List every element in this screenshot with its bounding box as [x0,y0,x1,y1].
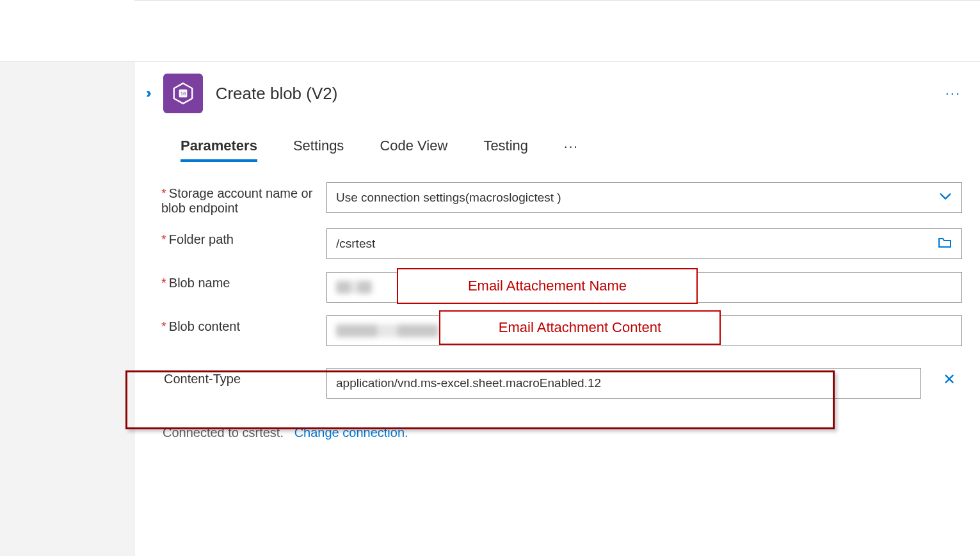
folder-picker-icon[interactable] [937,235,952,253]
parameters-form: *Storage account name or blob endpoint U… [134,161,980,440]
change-connection-link[interactable]: Change connection. [294,425,408,440]
label-storage-account-text: Storage account name or blob endpoint [161,186,312,215]
row-folder-path: *Folder path /csrtest [161,228,962,259]
tabs-row: Parameters Settings Code View Testing ··… [134,113,980,161]
tab-parameters[interactable]: Parameters [181,138,257,161]
left-sidebar-placeholder [0,61,134,556]
label-blob-name: *Blob name [161,272,326,290]
row-storage-account: *Storage account name or blob endpoint U… [161,182,962,216]
svg-text:10: 10 [180,91,186,97]
label-blob-content-text: Blob content [169,319,240,333]
tab-settings[interactable]: Settings [293,138,344,161]
label-storage-account: *Storage account name or blob endpoint [161,182,326,216]
row-content-type: Content-Type application/vnd.ms-excel.sh… [161,359,962,408]
tab-code-view[interactable]: Code View [380,138,447,161]
connected-text: Connected to csrtest. [163,425,284,440]
label-folder-path-text: Folder path [169,232,234,246]
required-asterisk: * [161,186,166,200]
required-asterisk: * [161,232,166,246]
chevron-down-icon [938,189,952,207]
content-type-value: application/vnd.ms-excel.sheet.macroEnab… [336,376,601,390]
connection-footer: Connected to csrtest. Change connection. [161,420,962,440]
collapse-chevrons-icon[interactable]: ›› [146,85,148,102]
label-content-type: Content-Type [161,368,326,386]
label-folder-path: *Folder path [161,228,326,247]
header-more-icon[interactable]: ··· [945,85,961,102]
row-blob-content: *Blob content Email Attachment Content [161,315,962,346]
tab-testing[interactable]: Testing [483,138,528,161]
folder-path-input[interactable]: /csrtest [326,228,962,259]
label-blob-content: *Blob content [161,315,326,334]
label-blob-name-text: Blob name [169,276,230,290]
content-type-input[interactable]: application/vnd.ms-excel.sheet.macroEnab… [326,368,921,399]
storage-account-select[interactable]: Use connection settings(macroslogictest … [326,182,962,213]
blob-content-input[interactable] [326,315,962,346]
tabs-overflow-icon[interactable]: ··· [564,139,579,160]
hexagon-storage-icon: 10 [171,81,195,106]
required-asterisk: * [161,276,166,290]
main-panel: ›› 10 Create blob (V2) ··· Parameters Se… [134,0,980,556]
blob-name-input[interactable] [326,272,962,303]
redacted-token [336,324,438,337]
action-header: ›› 10 Create blob (V2) ··· [134,62,980,113]
required-asterisk: * [161,319,166,333]
blob-action-icon: 10 [163,74,203,113]
folder-path-value: /csrtest [336,237,375,251]
action-title: Create blob (V2) [216,84,338,104]
redacted-token [336,281,372,294]
row-blob-name: *Blob name Email Attachement Name [161,272,962,303]
storage-account-value: Use connection settings(macroslogictest … [336,191,561,205]
remove-parameter-icon[interactable]: ✕ [943,370,956,388]
